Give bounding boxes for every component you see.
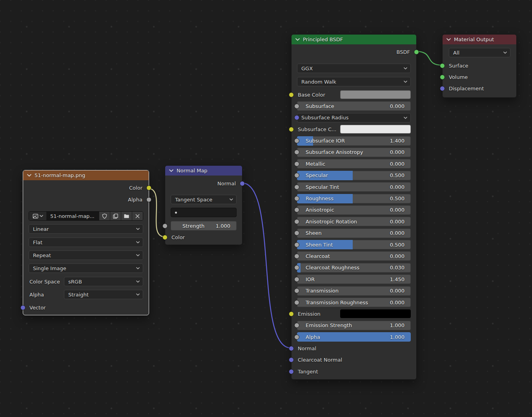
open-image-button[interactable] bbox=[121, 212, 132, 220]
normal-map-node[interactable]: Normal Map Normal Tangent Space bbox=[165, 165, 242, 245]
strength-input-socket[interactable] bbox=[162, 223, 168, 229]
strength-slider[interactable]: Strength 1.000 bbox=[171, 221, 237, 230]
subsurface-c-color-swatch[interactable] bbox=[340, 125, 411, 134]
color-input-socket[interactable] bbox=[162, 235, 168, 240]
specular-tint-slider[interactable]: Specular Tint0.000 bbox=[297, 182, 411, 192]
specular-slider[interactable]: Specular0.500 bbox=[297, 171, 411, 180]
clearcoat-roughness-value: 0.030 bbox=[390, 265, 411, 271]
ior-label: IOR bbox=[297, 276, 390, 282]
chevron-down-icon bbox=[136, 267, 140, 269]
bsdf-row-subsurface-radius: Subsurface Radius bbox=[297, 113, 411, 123]
clearcoat-roughness-slider[interactable]: Clearcoat Roughness0.030 bbox=[297, 263, 411, 273]
normal-map-node-header[interactable]: Normal Map bbox=[165, 166, 242, 176]
color-input-row: Color bbox=[165, 232, 242, 242]
transmission-value: 0.000 bbox=[390, 288, 411, 294]
bsdf-row-sheen: Sheen0.000 bbox=[297, 229, 411, 238]
volume-input-row: Volume bbox=[443, 72, 516, 82]
subsurface-input-socket[interactable] bbox=[294, 104, 299, 109]
color-space-dropdown[interactable]: sRGB bbox=[64, 277, 143, 286]
ior-slider[interactable]: IOR1.450 bbox=[297, 274, 411, 284]
emission-strength-slider[interactable]: Emission Strength1.000 bbox=[297, 321, 411, 330]
target-dropdown[interactable]: All bbox=[449, 48, 510, 57]
source-dropdown[interactable]: Single Image bbox=[29, 263, 143, 273]
clearcoat-slider[interactable]: Clearcoat0.000 bbox=[297, 251, 411, 261]
emission-strength-label: Emission Strength bbox=[297, 322, 390, 328]
color-output-socket[interactable] bbox=[146, 185, 151, 190]
color-space-row: Color Space sRGB bbox=[23, 277, 143, 286]
collapse-chevron-icon[interactable] bbox=[295, 38, 300, 41]
collapse-chevron-icon[interactable] bbox=[446, 38, 451, 41]
fake-user-button[interactable] bbox=[99, 212, 110, 220]
alpha-value: 1.000 bbox=[390, 334, 411, 340]
link-normalmap-normal-to-bsdf-normal bbox=[242, 183, 291, 348]
extension-dropdown[interactable]: Repeat bbox=[29, 251, 143, 260]
normal-output-label: Normal bbox=[217, 181, 236, 187]
displacement-input-socket[interactable] bbox=[440, 86, 445, 91]
subsurface-method-dropdown[interactable]: Random Walk bbox=[297, 77, 411, 86]
bsdf-row-sheen-tint: Sheen Tint0.500 bbox=[297, 240, 411, 249]
subsurface-slider[interactable]: Subsurface0.000 bbox=[297, 101, 411, 111]
anisotropic-slider[interactable]: Anisotropic0.000 bbox=[297, 205, 411, 215]
base-color-color-swatch[interactable] bbox=[340, 90, 411, 99]
metallic-input-socket[interactable] bbox=[294, 161, 299, 166]
subsurface-anisotropy-slider[interactable]: Subsurface Anisotropy0.000 bbox=[297, 148, 411, 157]
transmission-label: Transmission bbox=[297, 288, 390, 294]
normal-input-socket[interactable] bbox=[289, 346, 294, 351]
subsurface-radius-dropdown[interactable]: Subsurface Radius bbox=[297, 113, 411, 123]
specular-tint-value: 0.000 bbox=[390, 184, 411, 190]
tangent-input-socket[interactable] bbox=[289, 369, 294, 374]
clearcoat-normal-input-socket[interactable] bbox=[289, 357, 294, 362]
principled-bsdf-node-header[interactable]: Principled BSDF bbox=[292, 35, 416, 44]
vector-input-socket[interactable] bbox=[20, 305, 26, 310]
image-icon bbox=[33, 213, 38, 219]
alpha-mode-dropdown[interactable]: Straight bbox=[64, 290, 143, 299]
base-color-input-socket[interactable] bbox=[289, 92, 294, 97]
volume-input-socket[interactable] bbox=[440, 75, 445, 80]
sheen-tint-slider[interactable]: Sheen Tint0.500 bbox=[297, 240, 411, 249]
bsdf-output-socket[interactable] bbox=[414, 49, 419, 55]
ior-input-socket[interactable] bbox=[294, 277, 299, 282]
alpha-output-socket[interactable] bbox=[146, 197, 151, 202]
transmission-roughness-input-socket[interactable] bbox=[294, 300, 299, 305]
subsurface-ior-input-socket[interactable] bbox=[294, 138, 299, 143]
anisotropic-rotation-input-socket[interactable] bbox=[294, 219, 299, 224]
new-image-button[interactable] bbox=[110, 212, 121, 220]
sheen-slider[interactable]: Sheen0.000 bbox=[297, 229, 411, 238]
principled-bsdf-node[interactable]: Principled BSDF BSDF GGX Random Walk Bas… bbox=[291, 34, 417, 380]
specular-tint-input-socket[interactable] bbox=[294, 185, 299, 190]
metallic-slider[interactable]: Metallic0.000 bbox=[297, 159, 411, 168]
collapse-chevron-icon[interactable] bbox=[169, 169, 173, 172]
roughness-slider[interactable]: Roughness0.500 bbox=[297, 194, 411, 203]
anisotropic-rotation-slider[interactable]: Anisotropic Rotation0.000 bbox=[297, 217, 411, 226]
projection-dropdown[interactable]: Flat bbox=[29, 238, 143, 247]
collapse-chevron-icon[interactable] bbox=[27, 174, 31, 177]
transmission-slider[interactable]: Transmission0.000 bbox=[297, 286, 411, 296]
image-texture-node[interactable]: 51-normal-map.png Color Alpha bbox=[23, 170, 149, 315]
normal-output-socket[interactable] bbox=[240, 181, 245, 186]
interpolation-dropdown[interactable]: Linear bbox=[29, 224, 143, 234]
distribution-dropdown[interactable]: GGX bbox=[297, 64, 411, 73]
emission-input-socket[interactable] bbox=[289, 311, 294, 316]
interpolation-row: Linear bbox=[29, 224, 143, 234]
link-image-color-to-normalmap-color bbox=[148, 188, 164, 237]
clearcoat-input-socket[interactable] bbox=[294, 254, 299, 259]
space-dropdown[interactable]: Tangent Space bbox=[171, 195, 237, 204]
image-texture-node-header[interactable]: 51-normal-map.png bbox=[23, 170, 149, 180]
subsurface-ior-slider[interactable]: Subsurface IOR1.400 bbox=[297, 136, 411, 146]
subsurface-c-input-socket[interactable] bbox=[289, 127, 294, 132]
surface-input-socket[interactable] bbox=[440, 63, 445, 68]
emission-color-swatch[interactable] bbox=[340, 309, 411, 318]
uv-map-field[interactable] bbox=[171, 208, 237, 217]
alpha-slider[interactable]: Alpha1.000 bbox=[297, 332, 411, 342]
image-name-field[interactable]: 51-normal-map... bbox=[47, 212, 99, 220]
node-editor-canvas[interactable]: 51-normal-map.png Color Alpha bbox=[0, 0, 532, 417]
material-output-node-header[interactable]: Material Output bbox=[443, 35, 516, 44]
sheen-tint-label: Sheen Tint bbox=[297, 242, 390, 248]
alpha-input-socket[interactable] bbox=[294, 335, 299, 340]
material-output-node[interactable]: Material Output All Surface Volume Displ… bbox=[442, 34, 517, 98]
unlink-image-button[interactable] bbox=[132, 212, 143, 220]
transmission-roughness-slider[interactable]: Transmission Roughness0.000 bbox=[297, 298, 411, 307]
roughness-input-socket[interactable] bbox=[294, 196, 299, 201]
image-browse-button[interactable] bbox=[29, 212, 47, 220]
sheen-tint-input-socket[interactable] bbox=[294, 242, 299, 247]
